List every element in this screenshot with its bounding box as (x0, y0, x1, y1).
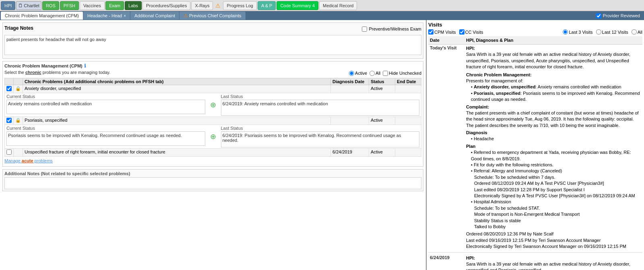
anxiety-checkbox[interactable] (6, 86, 12, 91)
fracture-checkbox-cell[interactable] (5, 149, 14, 157)
active-radio-label[interactable]: Active (349, 71, 367, 76)
cc-visits-checkbox[interactable] (459, 29, 464, 35)
psoriasis-last-text: 6/24/2019: Psoriasis seems to be improve… (221, 131, 420, 147)
cpm-info-icon[interactable]: ℹ (84, 63, 86, 69)
all-radio-label[interactable]: All (369, 71, 380, 76)
tab-headache[interactable]: Headache - Head × (83, 12, 130, 20)
anxiety-checkbox-cell[interactable] (5, 85, 14, 93)
psoriasis-add-status-button[interactable]: ⊕ (208, 132, 218, 141)
today-plan-4: • Hospital Admission (471, 199, 641, 205)
hide-unchecked-label[interactable]: Hide Unchecked (383, 71, 421, 76)
last3-radio-label[interactable]: Last 3 Visits (563, 29, 592, 35)
cpm-section: Chronic Problem Management (CPM) ℹ Selec… (2, 61, 423, 167)
problems-table-header: Chronic Problems (Add additional chronic… (5, 78, 421, 85)
tab-headache-close[interactable]: × (124, 14, 126, 18)
today-hpi-body: Sara Wirth is a 39 year old female with … (466, 51, 641, 70)
today-complaint-body: The patient presents with a chief compla… (466, 110, 641, 129)
today-plan-3c: Last edited 08/20/2019 12:28 PM by Suppo… (474, 187, 641, 193)
tab-previous-chief[interactable]: ⚠ Previous Chief Complaints (180, 12, 246, 20)
ros-button[interactable]: ROS (42, 1, 59, 10)
problems-table: Chronic Problems (Add additional chronic… (4, 78, 421, 157)
tab-cpm[interactable]: Chronic Problem Management (CPM) (1, 12, 83, 20)
psoriasis-checkbox-cell[interactable] (5, 117, 14, 125)
pfsh-button[interactable]: PFSH (60, 1, 79, 10)
preventive-checkbox[interactable] (362, 27, 367, 32)
last12-radio[interactable] (596, 29, 601, 35)
anxiety-current-text[interactable]: Anxiety remains controlled with medicati… (6, 100, 205, 114)
visits-options: CPM Visits CC Visits Last 3 Visits Last … (428, 29, 642, 35)
psoriasis-current-text[interactable]: Psoriasis seems to be improved with Kena… (6, 131, 205, 146)
psoriasis-end-date (395, 117, 421, 125)
chartlet-button[interactable]: 🗒 Chartlet (16, 1, 41, 10)
manage-acute-link[interactable]: Manage acute problems (4, 157, 421, 165)
today-plan-1: • Referred to emergency department at Ya… (471, 149, 641, 162)
preventive-label: Preventive/Wellness Exam (369, 27, 421, 31)
psoriasis-current-col: Current Status Psoriasis seems to be imp… (6, 126, 205, 146)
hpi-button[interactable]: HPI (1, 1, 15, 10)
anxiety-status-detail: Current Status Anxiety remains controlle… (5, 93, 421, 117)
anxiety-last-text: 6/24/2019: Anxiety remains controlled wi… (221, 100, 420, 116)
last3-radio[interactable] (563, 29, 568, 35)
cpm-visits-checkbox[interactable] (428, 29, 433, 35)
vaccines-button[interactable]: Vaccines (80, 1, 105, 10)
anxiety-last-col: Last Status 6/24/2019: Anxiety remains c… (221, 94, 420, 116)
today-hpi-header: HPI: (466, 45, 641, 51)
all-visits-radio[interactable] (632, 29, 637, 35)
today-plan-4b: Mode of transport is Non-Emergent Medica… (474, 211, 641, 217)
hide-unchecked-checkbox[interactable] (383, 71, 388, 76)
psoriasis-status-detail: Current Status Psoriasis seems to be imp… (5, 125, 421, 149)
cpm-visits-label[interactable]: CPM Visits (428, 29, 456, 35)
psoriasis-lock-cell: 🔒 (14, 117, 23, 125)
preventive-checkbox-group: Preventive/Wellness Exam (362, 27, 421, 32)
tab-additional-complaint[interactable]: Additional Complaint (130, 12, 179, 20)
anxiety-diag-date (331, 85, 369, 93)
psoriasis-status: Active (369, 117, 395, 125)
chartlet-icon: 🗒 (18, 3, 23, 8)
warning-icon: ⚠ (214, 2, 222, 9)
today-diagnosis-header: Diagnosis (466, 130, 641, 136)
all-visits-radio-label[interactable]: All (632, 29, 642, 35)
today-cpm-header: Chronic Problem Management: (466, 72, 641, 78)
triage-notes-title: Triage Notes (4, 25, 33, 32)
anxiety-current-col: Current Status Anxiety remains controlle… (6, 94, 205, 114)
acute-text: acute (22, 158, 33, 163)
cpm-subtitle: Select the chronic problems you are mana… (4, 70, 110, 75)
xrays-button[interactable]: X-Rays (191, 1, 213, 10)
past-hpi-body: Sara Wirth is a 39 year old female with … (466, 261, 641, 270)
anxiety-add-status-button[interactable]: ⊕ (208, 100, 218, 109)
anxiety-status-grid: Current Status Anxiety remains controlle… (6, 94, 419, 116)
today-psoriasis-bullet: • Psoriasis, unspecified: Psoriasis seem… (471, 90, 641, 103)
today-plan-header: Plan (466, 143, 641, 149)
col-lock (14, 78, 23, 85)
exam-button[interactable]: Exam (105, 1, 124, 10)
today-plan-3a: Schedule: To be scheduled within 7 days. (474, 174, 641, 180)
labs-button[interactable]: Labs (125, 1, 142, 10)
active-radio[interactable] (349, 71, 354, 76)
cc-visits-label[interactable]: CC Visits (459, 29, 483, 35)
today-last-edited: Last edited 09/16/2019 12:15 PM by Teri … (466, 237, 641, 243)
fracture-diag-date: 6/24/2019 (331, 149, 369, 157)
anxiety-status: Active (369, 85, 395, 93)
triage-header: Triage Notes Preventive/Wellness Exam (4, 25, 421, 33)
visits-table-header: Date HPI, Diagnoses & Plan (428, 36, 642, 45)
progress-log-button[interactable]: Progress Log (223, 1, 256, 10)
additional-notes-text[interactable] (4, 177, 421, 189)
psoriasis-checkbox[interactable] (6, 118, 12, 123)
all-radio[interactable] (369, 71, 375, 76)
table-row: Unspecified fracture of right forearm, i… (5, 149, 421, 157)
ap-button[interactable]: A & P (258, 1, 276, 10)
medical-record-button[interactable]: Medical Record (319, 1, 357, 10)
today-visit-content: HPI: Sara Wirth is a 39 year old female … (464, 45, 642, 251)
provider-reviewed-checkbox[interactable] (596, 13, 601, 18)
procedures-supplies-button[interactable]: Procedures/Supplies (142, 1, 191, 10)
anxiety-status-detail-row: Current Status Anxiety remains controlle… (5, 93, 421, 117)
active-options: Active All Hide Unchecked (349, 71, 421, 76)
anxiety-current-label: Current Status (6, 94, 205, 99)
visits-title: Visits (428, 22, 642, 28)
fracture-checkbox[interactable] (6, 149, 12, 155)
last12-radio-label[interactable]: Last 12 Visits (596, 29, 628, 35)
fracture-status: Active (369, 149, 395, 157)
code-summary-button[interactable]: Code Summary 4 (277, 1, 318, 10)
today-anxiety-bullet: • Anxiety disorder, unspecified: Anxiety… (471, 84, 641, 90)
psoriasis-last-label: Last Status (221, 126, 420, 131)
